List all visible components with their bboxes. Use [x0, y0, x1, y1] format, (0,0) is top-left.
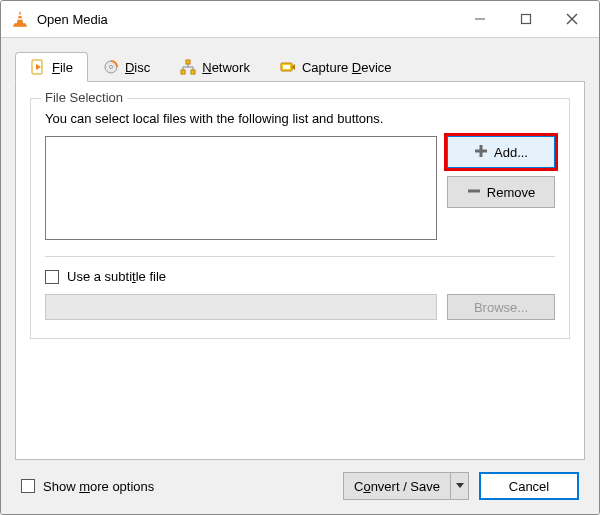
- tab-disc[interactable]: Disc: [88, 52, 165, 82]
- subtitle-browse-button: Browse...: [447, 294, 555, 320]
- chevron-down-icon: [456, 483, 464, 489]
- subtitle-check-row: Use a subtitle file: [45, 269, 555, 284]
- file-panel: File Selection You can select local file…: [15, 81, 585, 460]
- file-side-buttons: Add... Remove: [447, 136, 555, 208]
- show-more-label: Show more options: [43, 479, 154, 494]
- convert-save-button[interactable]: Convert / Save: [343, 472, 469, 500]
- open-media-window: Open Media File: [0, 0, 600, 515]
- convert-save-dropdown[interactable]: [451, 472, 469, 500]
- file-list[interactable]: [45, 136, 437, 240]
- subtitle-checkbox[interactable]: [45, 270, 59, 284]
- plus-icon: [474, 144, 488, 161]
- file-row: Add... Remove: [45, 136, 555, 240]
- svg-rect-12: [191, 70, 195, 74]
- file-selection-legend: File Selection: [41, 90, 127, 105]
- subtitle-input: [45, 294, 437, 320]
- footer: Show more options Convert / Save Cancel: [15, 460, 585, 504]
- convert-save-main[interactable]: Convert / Save: [343, 472, 451, 500]
- remove-button[interactable]: Remove: [447, 176, 555, 208]
- titlebar: Open Media: [1, 1, 599, 37]
- close-button[interactable]: [549, 3, 595, 35]
- file-selection-fieldset: File Selection You can select local file…: [30, 98, 570, 339]
- svg-point-9: [109, 66, 112, 69]
- network-icon: [180, 59, 196, 75]
- svg-marker-22: [456, 483, 464, 488]
- subtitle-row: Browse...: [45, 294, 555, 320]
- add-button[interactable]: Add...: [447, 136, 555, 168]
- tab-file[interactable]: File: [15, 52, 88, 82]
- content-area: File Disc Network Capture Device: [1, 37, 599, 514]
- add-button-label: Add...: [494, 145, 528, 160]
- vlc-cone-icon: [11, 10, 29, 28]
- tab-disc-label: Disc: [125, 60, 150, 75]
- svg-rect-11: [181, 70, 185, 74]
- cancel-button-label: Cancel: [509, 479, 549, 494]
- divider: [45, 256, 555, 257]
- tab-network-label: Network: [202, 60, 250, 75]
- tabs: File Disc Network Capture Device: [15, 52, 585, 82]
- svg-rect-18: [283, 65, 290, 69]
- svg-rect-3: [522, 15, 531, 24]
- subtitle-browse-label: Browse...: [474, 300, 528, 315]
- capture-device-icon: [280, 59, 296, 75]
- file-icon: [30, 59, 46, 75]
- window-title: Open Media: [37, 12, 457, 27]
- disc-icon: [103, 59, 119, 75]
- tab-file-label: File: [52, 60, 73, 75]
- subtitle-checkbox-label: Use a subtitle file: [67, 269, 166, 284]
- maximize-button[interactable]: [503, 3, 549, 35]
- minus-icon: [467, 184, 481, 201]
- window-controls: [457, 3, 595, 35]
- svg-rect-10: [186, 60, 190, 64]
- tab-network[interactable]: Network: [165, 52, 265, 82]
- remove-button-label: Remove: [487, 185, 535, 200]
- file-selection-description: You can select local files with the foll…: [45, 111, 555, 126]
- cancel-button[interactable]: Cancel: [479, 472, 579, 500]
- show-more-row: Show more options: [21, 479, 154, 494]
- svg-rect-0: [19, 15, 22, 17]
- show-more-checkbox[interactable]: [21, 479, 35, 493]
- tab-capture-label: Capture Device: [302, 60, 392, 75]
- minimize-button[interactable]: [457, 3, 503, 35]
- tab-capture[interactable]: Capture Device: [265, 52, 407, 82]
- svg-rect-1: [18, 18, 23, 20]
